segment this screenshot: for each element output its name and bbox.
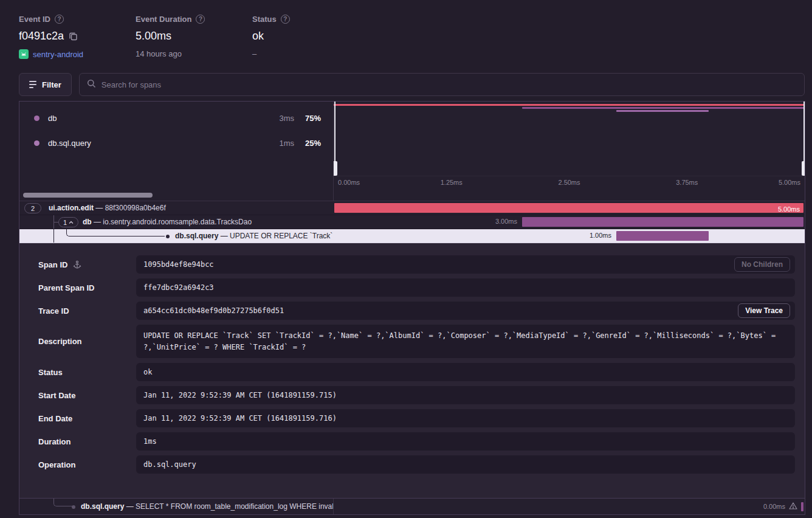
- help-icon[interactable]: ?: [55, 15, 64, 24]
- event-id-label-row: Event ID ?: [19, 15, 83, 24]
- separator: —: [92, 218, 103, 226]
- legend-op: db: [48, 114, 266, 123]
- time-axis: 0.00ms 1.25ms 2.50ms 3.75ms 5.00ms: [334, 176, 805, 189]
- separator: —: [94, 204, 105, 212]
- tree-horizontal-scrollbar[interactable]: [23, 193, 153, 198]
- event-duration-label: Event Duration: [136, 15, 191, 24]
- trace-view-panel: db 3ms 75% db.sql.query 1ms 25%: [19, 101, 805, 515]
- project-link[interactable]: sentry-android: [33, 50, 83, 59]
- search-input[interactable]: [102, 80, 797, 89]
- detail-row-description: Description UPDATE OR REPLACE `Track` SE…: [29, 325, 795, 358]
- minimap-span-db: [522, 107, 805, 109]
- span-bar: [522, 217, 803, 227]
- zero-duration-span-bar: [801, 502, 803, 511]
- legend-dot-icon: [34, 116, 40, 121]
- tree-dot: [166, 235, 170, 238]
- detail-row-status: Status ok: [29, 363, 795, 381]
- detail-label: Operation: [38, 460, 75, 469]
- span-row-ui-action-edit[interactable]: 2 ui.action.edit — 88f300998a0b4e6f 5.00…: [19, 201, 805, 215]
- minimap-left-handle[interactable]: [334, 102, 337, 176]
- legend-op: db.sql.query: [48, 139, 266, 148]
- status-label: Status: [252, 15, 277, 24]
- end-date-value: Jan 11, 2022 9:52:39 AM CET (1641891159.…: [143, 414, 337, 423]
- spans-toolbar: Filter: [19, 73, 805, 96]
- trace-minimap[interactable]: [334, 102, 805, 176]
- detail-row-trace-id: Trace ID a654cc61dc0b48ef9d0b27275b6f0d5…: [29, 302, 795, 320]
- detail-label: Status: [38, 368, 63, 377]
- children-count-badge[interactable]: 2: [24, 203, 41, 213]
- detail-label: Parent Span ID: [38, 283, 94, 292]
- search-icon: [87, 79, 96, 91]
- detail-label: Description: [38, 337, 82, 346]
- axis-tick: 5.00ms: [779, 179, 800, 186]
- filter-button-label: Filter: [42, 80, 61, 89]
- axis-tick: 0.00ms: [338, 179, 360, 186]
- description-value: UPDATE OR REPLACE `Track` SET `TrackId` …: [143, 331, 776, 351]
- span-bar: [616, 231, 709, 241]
- children-count-badge-expanded[interactable]: 1: [58, 217, 78, 227]
- span-desc: io.sentry.android.roomsample.data.Tracks…: [103, 218, 252, 226]
- event-duration-ago: 14 hours ago: [136, 49, 182, 58]
- legend-duration: 3ms: [266, 114, 294, 123]
- span-row-db-sql-query-select[interactable]: db.sql.query — SELECT * FROM room_table_…: [19, 498, 805, 514]
- duration-value: 1ms: [143, 437, 157, 446]
- span-desc: UPDATE OR REPLACE `Track` SET `TrackId` …: [230, 232, 334, 240]
- filter-button[interactable]: Filter: [19, 73, 72, 96]
- status-block: Status ? ok –: [252, 15, 290, 58]
- span-duration: 1.00ms: [590, 232, 611, 239]
- event-id-block: Event ID ? f0491c2a sentry-android: [19, 15, 83, 59]
- warning-icon: [789, 502, 797, 511]
- span-op: db.sql.query: [175, 232, 218, 240]
- detail-row-operation: Operation db.sql.query: [29, 455, 795, 474]
- axis-tick: 3.75ms: [676, 179, 698, 186]
- legend-row-db[interactable]: db 3ms 75%: [19, 109, 333, 126]
- detail-row-start-date: Start Date Jan 11, 2022 9:52:39 AM CET (…: [29, 386, 795, 404]
- span-search-box[interactable]: [79, 73, 805, 96]
- tree-elbow: [66, 229, 165, 237]
- detail-row-end-date: End Date Jan 11, 2022 9:52:39 AM CET (16…: [29, 409, 795, 427]
- span-duration: 0.00ms: [763, 503, 785, 510]
- span-id-value: 1095bd4ef8e94bcc: [143, 260, 214, 269]
- minimap-span-ui-action-edit: [334, 104, 805, 106]
- legend-row-db-sql-query[interactable]: db.sql.query 1ms 25%: [19, 134, 333, 151]
- span-desc: 88f300998a0b4e6f: [105, 204, 166, 212]
- minimap-span-db-sql-query: [616, 110, 709, 112]
- help-icon[interactable]: ?: [196, 15, 205, 24]
- help-icon[interactable]: ?: [281, 15, 290, 24]
- status-value: ok: [252, 30, 264, 43]
- span-op: db.sql.query: [81, 502, 124, 511]
- separator: —: [218, 232, 230, 240]
- chevron-up-icon: [69, 221, 74, 224]
- axis-tick: 2.50ms: [558, 179, 580, 186]
- trace-id-value: a654cc61dc0b48ef9d0b27275b6f0d51: [143, 306, 284, 315]
- detail-row-parent-span-id: Parent Span ID ffe7dbc92a6942c3: [29, 278, 795, 297]
- minimap-right-handle[interactable]: [801, 102, 805, 176]
- axis-tick: 1.25ms: [441, 179, 463, 186]
- op-breakdown-panel: db 3ms 75% db.sql.query 1ms 25%: [19, 102, 334, 176]
- parent-span-id-value: ffe7dbc92a6942c3: [143, 283, 214, 292]
- span-op: db: [83, 218, 92, 226]
- legend-duration: 1ms: [266, 139, 294, 148]
- span-row-db-sql-query-selected[interactable]: db.sql.query — UPDATE OR REPLACE `Track`…: [19, 229, 805, 243]
- detail-label: Duration: [38, 437, 71, 446]
- tree-line: [53, 229, 54, 243]
- span-row-db[interactable]: 1 db — io.sentry.android.roomsample.data…: [19, 215, 805, 229]
- span-desc: SELECT * FROM room_table_modification_lo…: [136, 502, 334, 511]
- legend-dot-icon: [34, 140, 40, 146]
- detail-label: End Date: [38, 414, 72, 423]
- span-bar: 5.00ms: [334, 203, 803, 213]
- event-id-value: f0491c2a: [19, 30, 64, 43]
- view-trace-button[interactable]: View Trace: [738, 303, 790, 318]
- anchor-icon[interactable]: [73, 260, 81, 269]
- copy-icon[interactable]: [69, 32, 78, 41]
- span-op: ui.action.edit: [49, 204, 94, 212]
- no-children-button[interactable]: No Children: [734, 257, 790, 272]
- filter-icon: [29, 81, 36, 88]
- separator: —: [124, 502, 136, 511]
- status-sub: –: [252, 49, 256, 58]
- span-detail-panel: Span ID 1095bd4ef8e94bcc No Children Par…: [19, 243, 805, 498]
- android-icon: [19, 49, 29, 59]
- span-duration: 3.00ms: [495, 218, 517, 225]
- detail-label: Span ID: [38, 260, 67, 269]
- tree-elbow: [53, 499, 73, 506]
